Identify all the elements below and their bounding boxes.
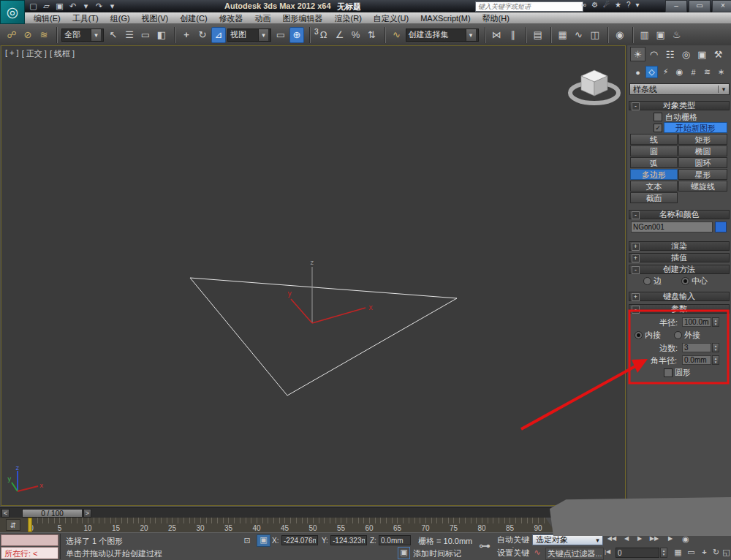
rollout-toggle[interactable]: +: [632, 293, 640, 301]
track-bar[interactable]: 051015202530354045505560657075808590: [0, 518, 554, 532]
y-coord-field[interactable]: [330, 535, 367, 545]
select-and-manipulate-icon[interactable]: ⊕: [289, 27, 304, 43]
align-icon[interactable]: ∥: [506, 27, 520, 43]
menu-tools[interactable]: 工具(T): [67, 12, 105, 24]
open-mini-curve-editor-button[interactable]: ⇵: [6, 519, 20, 531]
infocenter-search-input[interactable]: [475, 1, 583, 12]
shape-button-line[interactable]: 线: [630, 134, 678, 145]
rollout-object-type[interactable]: - 对象类型: [629, 101, 730, 110]
rollout-toggle[interactable]: -: [632, 266, 640, 274]
previous-frame-icon[interactable]: ◀: [621, 535, 632, 542]
object-name-field[interactable]: [631, 222, 713, 232]
shape-category-dropdown[interactable]: 样条线▾: [629, 83, 730, 95]
chevron-down-icon[interactable]: ▾: [258, 29, 268, 41]
rollout-toggle[interactable]: -: [632, 102, 640, 110]
named-selection-set-dropdown[interactable]: 创建选择集▾: [406, 29, 479, 42]
viewport-menu-shading[interactable]: [ 线框 ]: [50, 48, 75, 59]
viewport-canvas[interactable]: z y x: [1, 45, 626, 506]
creation-edge-radio[interactable]: [643, 277, 651, 285]
trackbar-ruler[interactable]: 051015202530354045505560657075808590: [22, 518, 553, 532]
macro-recorder-pane[interactable]: [1, 534, 58, 546]
rollout-interpolation[interactable]: + 插值: [629, 253, 730, 262]
menu-animation[interactable]: 动画: [249, 12, 277, 24]
communication-center-icon[interactable]: ☄: [603, 1, 610, 9]
key-mode-curve-icon[interactable]: ∿: [532, 548, 542, 557]
menu-edit[interactable]: 编辑(E): [28, 12, 67, 24]
add-time-tag[interactable]: 添加时间标记: [413, 548, 461, 559]
menu-rendering[interactable]: 渲染(R): [329, 12, 368, 24]
object-color-swatch[interactable]: [715, 222, 727, 232]
redo-flyout-icon[interactable]: ▾: [107, 1, 118, 11]
rollout-keyboard-entry[interactable]: + 键盘输入: [629, 292, 730, 301]
go-to-start-icon[interactable]: ◀◀: [605, 535, 618, 542]
graphite-ribbon-icon[interactable]: ▦: [556, 27, 570, 43]
shape-button-donut[interactable]: 圆环: [678, 157, 727, 168]
key-step-back-icon[interactable]: |◀: [602, 548, 613, 555]
rollout-name-color[interactable]: - 名称和颜色: [629, 210, 730, 219]
select-and-scale-icon[interactable]: ⊿: [211, 27, 226, 43]
category-systems[interactable]: ∗: [715, 66, 727, 78]
tab-modify[interactable]: ◠: [646, 47, 662, 61]
category-space-warps[interactable]: ≋: [701, 66, 713, 78]
close-button[interactable]: ×: [712, 0, 731, 12]
render-setup-icon[interactable]: ▥: [637, 27, 652, 43]
creation-center-radio[interactable]: [681, 277, 689, 285]
selection-filter-dropdown[interactable]: 全部▾: [61, 29, 104, 42]
ngon-wireframe[interactable]: [190, 278, 457, 396]
current-frame-field[interactable]: [616, 548, 659, 558]
select-and-link-icon[interactable]: ☍: [4, 27, 19, 43]
shape-button-rectangle[interactable]: 矩形: [678, 134, 727, 145]
edit-named-selections-icon[interactable]: ∿: [390, 27, 404, 43]
maximize-button[interactable]: ▭: [689, 0, 711, 12]
menu-group[interactable]: 组(G): [105, 12, 136, 24]
isolate-toggle-icon[interactable]: ▣: [398, 547, 410, 559]
category-lights[interactable]: ⚡: [659, 66, 672, 78]
category-geometry[interactable]: ●: [632, 66, 644, 78]
shape-button-arc[interactable]: 弧: [630, 157, 678, 168]
bind-to-space-warp-icon[interactable]: ≋: [37, 27, 51, 43]
menu-create[interactable]: 创建(C): [174, 12, 213, 24]
unlink-selection-icon[interactable]: ⊘: [20, 27, 35, 43]
shape-button-helix[interactable]: 螺旋线: [678, 181, 727, 192]
favorites-star-icon[interactable]: ★: [615, 1, 621, 9]
inscribed-radio[interactable]: [635, 331, 643, 339]
spinner-snap-icon[interactable]: ⇅: [365, 27, 379, 43]
key-selection-dropdown[interactable]: 选定对象▾: [532, 534, 603, 545]
angle-snap-icon[interactable]: ∠: [333, 27, 347, 43]
tab-motion[interactable]: ◎: [678, 47, 694, 61]
sides-spinner[interactable]: ▴▾: [712, 343, 719, 352]
corner-radius-spinner[interactable]: ▴▾: [712, 355, 719, 365]
tab-hierarchy[interactable]: ☷: [662, 47, 678, 61]
circumscribed-radio[interactable]: [674, 331, 682, 339]
category-helpers[interactable]: #: [687, 66, 700, 78]
shape-button-text[interactable]: 文本: [630, 181, 678, 192]
mirror-icon[interactable]: ⋈: [490, 27, 504, 43]
x-coord-field[interactable]: [281, 535, 318, 545]
window-crossing-icon[interactable]: ◧: [154, 27, 169, 43]
menu-views[interactable]: 视图(V): [136, 12, 175, 24]
chevron-down-icon[interactable]: ▾: [91, 29, 101, 41]
maximize-viewport-icon[interactable]: ◱: [721, 548, 731, 557]
rollout-creation-method[interactable]: - 创建方法: [629, 265, 730, 274]
select-and-move-icon[interactable]: +: [179, 27, 194, 43]
material-editor-icon[interactable]: ◉: [613, 27, 627, 43]
render-production-icon[interactable]: ♨: [670, 27, 684, 43]
menu-help[interactable]: 帮助(H): [477, 12, 515, 24]
curve-editor-icon[interactable]: ∿: [572, 27, 586, 43]
category-cameras[interactable]: ◉: [673, 66, 686, 78]
shape-button-circle[interactable]: 圆: [630, 145, 678, 156]
reference-coordinate-dropdown[interactable]: 视图▾: [227, 29, 271, 42]
next-frame-button[interactable]: >: [83, 509, 91, 518]
shape-button-ellipse[interactable]: 椭圆: [678, 145, 727, 156]
start-new-shape-checkbox[interactable]: ✓: [654, 124, 662, 132]
zoom-region-icon[interactable]: ▭: [686, 548, 697, 557]
rollout-rendering[interactable]: + 渲染: [629, 241, 730, 251]
save-file-icon[interactable]: ▣: [54, 1, 65, 11]
start-new-shape-button[interactable]: 开始新图形: [664, 122, 727, 133]
minimize-button[interactable]: –: [665, 0, 687, 12]
z-coord-field[interactable]: [379, 535, 411, 545]
menu-customize[interactable]: 自定义(U): [368, 12, 414, 24]
radius-spinner[interactable]: ▴▾: [712, 317, 719, 327]
use-pivot-center-icon[interactable]: ▭: [273, 27, 288, 43]
rollout-toggle[interactable]: +: [632, 243, 640, 251]
